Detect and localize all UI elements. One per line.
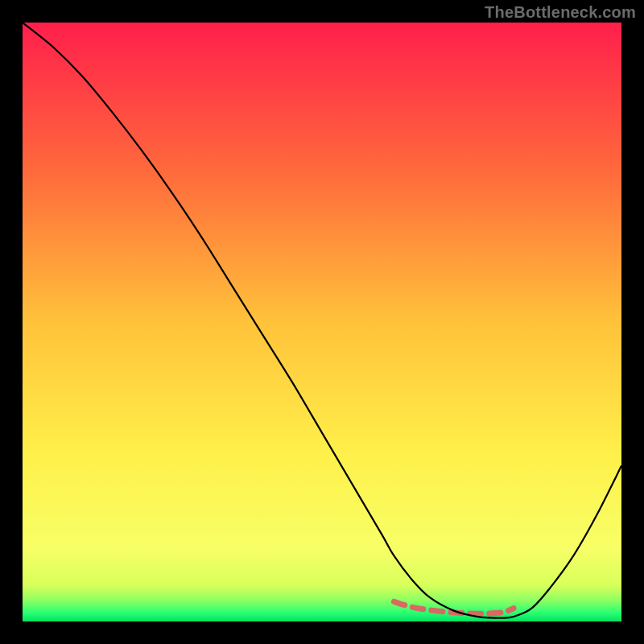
bottleneck-chart [23, 23, 621, 621]
plot-area [23, 23, 621, 621]
watermark-text: TheBottleneck.com [485, 3, 636, 22]
chart-stage: TheBottleneck.com [0, 0, 644, 644]
